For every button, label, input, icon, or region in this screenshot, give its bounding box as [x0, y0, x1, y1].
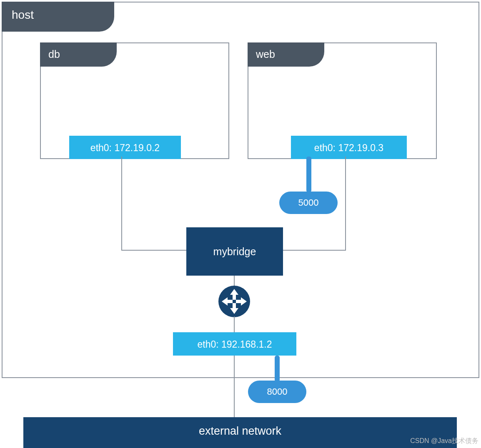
host-eth-label: eth0: 192.168.1.2	[173, 332, 296, 356]
db-tab: db	[40, 42, 117, 67]
web-eth-label: eth0: 172.19.0.3	[291, 136, 407, 159]
web-tab: web	[248, 42, 324, 67]
svg-marker-1	[230, 303, 238, 314]
port-pill-5000: 5000	[279, 192, 338, 214]
port-connector	[306, 157, 311, 192]
host-container: host db eth0: 172.19.0.2 web eth0: 172.1…	[2, 2, 479, 378]
connector-line	[121, 250, 187, 251]
svg-marker-2	[222, 297, 233, 306]
db-container: db eth0: 172.19.0.2	[40, 42, 229, 159]
svg-marker-0	[230, 289, 238, 300]
host-tab: host	[2, 2, 114, 32]
connector-line	[121, 157, 122, 251]
connector-line	[282, 250, 346, 251]
watermark-text: CSDN @Java技术债务	[410, 437, 478, 446]
connector-line	[234, 356, 235, 418]
port-connector	[275, 356, 280, 382]
external-network-box: external network	[23, 417, 457, 448]
db-eth-label: eth0: 172.19.0.2	[69, 136, 181, 159]
bridge-box: mybridge	[186, 227, 283, 276]
port-pill-8000: 8000	[248, 381, 306, 403]
connector-line	[234, 316, 235, 333]
web-container: web eth0: 172.19.0.3	[248, 42, 437, 159]
connector-line	[345, 157, 346, 251]
router-icon	[218, 286, 250, 317]
svg-marker-3	[236, 297, 247, 306]
